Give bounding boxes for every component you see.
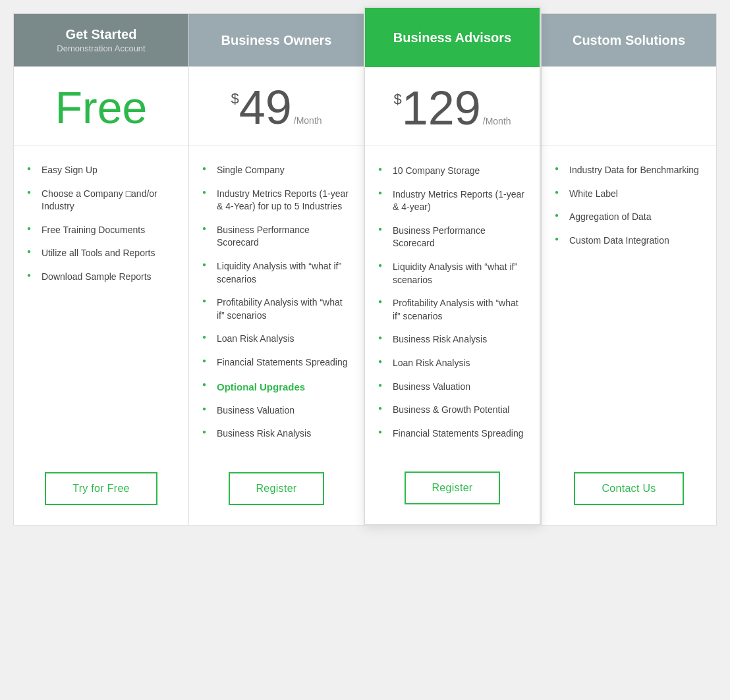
plan-business-owners-feature-list: Single Company Industry Metrics Reports … [202, 159, 351, 446]
contact-us-button[interactable]: Contact Us [574, 472, 683, 505]
try-for-free-button[interactable]: Try for Free [45, 472, 157, 505]
price-amount: $ 129 /Month [393, 84, 511, 132]
list-item: Loan Risk Analysis [378, 352, 526, 375]
list-item: Industry Metrics Reports (1-year & 4-Yea… [202, 182, 351, 219]
list-item: Industry Data for Benchmarking [555, 159, 703, 182]
list-item: Business Valuation [202, 399, 351, 423]
list-item-optional-upgrade: Optional Upgrades [202, 375, 351, 399]
list-item: 10 Company Storage [378, 159, 526, 183]
plan-business-advisors-title: Business Advisors [378, 30, 526, 45]
plan-get-started-header: Get Started Demonstration Account [14, 14, 188, 67]
price-dollar: $ [393, 91, 401, 108]
plan-get-started: Get Started Demonstration Account Free E… [13, 13, 188, 525]
list-item: Business & Growth Potential [378, 398, 526, 422]
plan-custom-solutions-features: Industry Data for Benchmarking White Lab… [542, 146, 716, 459]
list-item: Liquidity Analysis with “what if” scenar… [378, 256, 526, 292]
list-item: Financial Statements Spreading [378, 422, 526, 446]
pricing-table: Get Started Demonstration Account Free E… [13, 13, 717, 525]
plan-business-advisors-header: Business Advisors [365, 8, 540, 67]
list-item: Financial Statements Spreading [202, 351, 351, 375]
list-item: Download Sample Reports [27, 265, 175, 289]
plan-business-owners-button-section: Register [189, 459, 364, 525]
plan-business-owners: Business Owners $ 49 /Month Single Compa… [188, 13, 364, 525]
plan-custom-solutions: Custom Solutions Industry Data for Bench… [541, 13, 717, 525]
register-business-advisors-button[interactable]: Register [405, 471, 501, 504]
list-item: Profitability Analysis with “what if” sc… [378, 292, 526, 328]
plan-business-owners-features: Single Company Industry Metrics Reports … [189, 146, 364, 459]
list-item: Free Training Documents [27, 219, 175, 242]
plan-business-owners-title: Business Owners [202, 33, 351, 48]
plan-custom-solutions-feature-list: Industry Data for Benchmarking White Lab… [555, 159, 703, 446]
plan-business-owners-header: Business Owners [189, 14, 364, 67]
plan-get-started-title: Get Started [27, 27, 175, 42]
list-item: Choose a Company □and/or Industry [27, 182, 175, 219]
list-item: White Label [555, 182, 703, 206]
price-amount: $ 49 /Month [231, 84, 322, 131]
plan-get-started-features: Easy Sign Up Choose a Company □and/or In… [14, 146, 188, 459]
plan-business-advisors: Business Advisors $ 129 /Month 10 Compan… [364, 7, 541, 525]
list-item: Utilize all Tools and Reports [27, 242, 175, 265]
list-item: Loan Risk Analysis [202, 327, 351, 351]
list-item: Business Risk Analysis [378, 328, 526, 352]
plan-business-advisors-features: 10 Company Storage Industry Metrics Repo… [365, 146, 540, 458]
list-item: Aggregation of Data [555, 205, 703, 229]
plan-business-owners-price: $ 49 /Month [189, 67, 364, 146]
price-period: /Month [294, 115, 322, 126]
list-item: Business Valuation [378, 375, 526, 399]
list-item: Easy Sign Up [27, 159, 175, 182]
plan-custom-solutions-button-section: Contact Us [542, 459, 716, 525]
list-item: Business Risk Analysis [202, 422, 351, 446]
plan-get-started-feature-list: Easy Sign Up Choose a Company □and/or In… [27, 159, 175, 446]
plan-business-advisors-price: $ 129 /Month [365, 67, 540, 146]
price-number: 129 [402, 84, 481, 132]
price-period: /Month [483, 116, 511, 126]
list-item: Liquidity Analysis with “what if” scenar… [202, 255, 351, 291]
plan-custom-solutions-title: Custom Solutions [555, 33, 703, 48]
list-item: Business Performance Scorecard [378, 219, 526, 256]
register-business-owners-button[interactable]: Register [229, 472, 325, 505]
list-item: Profitability Analysis with “what if” sc… [202, 291, 351, 327]
list-item: Business Performance Scorecard [202, 219, 351, 255]
plan-get-started-price: Free [14, 67, 188, 146]
list-item: Custom Data Integration [555, 229, 703, 253]
price-dollar: $ [231, 90, 239, 107]
plan-get-started-subtitle: Demonstration Account [27, 43, 175, 53]
plan-get-started-button-section: Try for Free [14, 459, 188, 525]
list-item: Industry Metrics Reports (1-year & 4-yea… [378, 183, 526, 219]
list-item: Single Company [202, 159, 351, 182]
plan-business-advisors-feature-list: 10 Company Storage Industry Metrics Repo… [378, 159, 526, 445]
plan-business-advisors-button-section: Register [365, 458, 540, 524]
plan-custom-solutions-price [542, 67, 716, 146]
plan-custom-solutions-header: Custom Solutions [542, 14, 716, 67]
price-number: 49 [239, 84, 292, 131]
plan-get-started-price-label: Free [55, 85, 148, 130]
